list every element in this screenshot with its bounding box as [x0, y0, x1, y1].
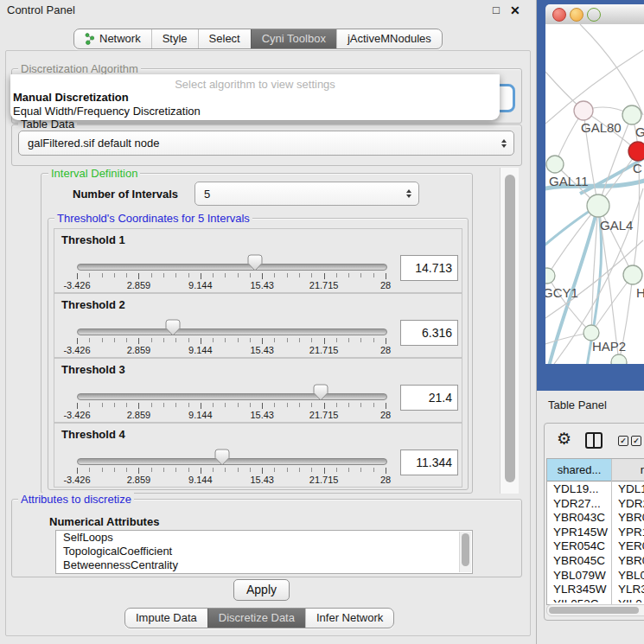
network-node-gcy1[interactable]	[545, 268, 555, 284]
threshold-slider-track[interactable]	[77, 264, 387, 271]
slider-tick	[201, 338, 201, 344]
table-cell-shared-name: YER054C	[553, 539, 610, 553]
tab-cyni-toolbox[interactable]: Cyni Toolbox	[251, 29, 336, 48]
table-row[interactable]: YPR145WYPR1	[547, 525, 644, 539]
tab-network[interactable]: Network	[74, 29, 151, 48]
columns-icon[interactable]	[585, 432, 603, 449]
threshold-title: Threshold 3	[61, 363, 125, 376]
table-row[interactable]: YDR27...YDR2	[547, 496, 644, 511]
threshold-value-field[interactable]: 6.316	[400, 320, 458, 346]
slider-tick	[274, 273, 275, 277]
slider-tick	[336, 338, 337, 342]
threshold-value-field[interactable]: 14.713	[400, 255, 458, 281]
threshold-slider-thumb[interactable]	[313, 384, 328, 401]
slider-tick	[151, 338, 152, 342]
table-row[interactable]: YER054CYER0	[547, 539, 644, 553]
node-attribute-table[interactable]: shared... na YDL19...YDL1YDR27...YDR2YBR…	[546, 458, 644, 605]
attribute-list-item[interactable]: BetweennessCentrality	[56, 558, 472, 572]
attribute-list-item[interactable]: TopologicalCoefficient	[56, 545, 472, 558]
threshold-value-field[interactable]: 21.4	[400, 385, 458, 411]
network-window-frame[interactable]: GAL80GALCGAL11GAL4GCY1HHAP2	[537, 0, 644, 391]
slider-tick	[250, 338, 251, 342]
numerical-attributes-list[interactable]: SelfLoopsTopologicalCoefficientBetweenne…	[55, 530, 473, 574]
threshold-slider-track[interactable]	[77, 393, 387, 400]
column-header-shared[interactable]: shared...	[547, 459, 612, 481]
threshold-slider-track[interactable]	[77, 458, 387, 465]
slider-tick-label: 15.43	[236, 475, 288, 485]
slider-tick	[188, 468, 189, 472]
network-edge[interactable]	[580, 24, 643, 115]
number-of-intervals-combobox[interactable]: 5	[194, 182, 419, 206]
slider-tick	[163, 403, 164, 407]
slider-tick	[250, 403, 251, 407]
table-row[interactable]: YBL079WYBL0	[547, 568, 644, 583]
attributes-scrollbar-thumb[interactable]	[462, 533, 469, 566]
table-panel-title: Table Panel	[548, 399, 607, 411]
table-row[interactable]: YLR345WYLR3	[547, 582, 644, 596]
column-header-name[interactable]: na	[612, 459, 644, 481]
table-horizontal-scrollbar-thumb[interactable]	[549, 607, 639, 614]
slider-tick	[151, 468, 152, 472]
interval-scrollbar-thumb[interactable]	[505, 175, 515, 482]
network-node-c[interactable]	[628, 142, 644, 161]
tab-style[interactable]: Style	[151, 29, 198, 48]
slider-tick	[311, 468, 312, 472]
control-panel-title: Control Panel	[7, 3, 75, 16]
network-node-gal[interactable]	[622, 105, 641, 124]
table-cell-name: YBR0	[618, 553, 644, 568]
mac-close-icon[interactable]	[552, 8, 566, 22]
network-node-h[interactable]	[623, 265, 642, 284]
slider-tick	[102, 338, 103, 342]
network-node-gal80[interactable]	[574, 101, 593, 120]
network-node-gal11[interactable]	[546, 156, 564, 173]
attributes-scrollbar[interactable]	[459, 532, 471, 572]
checkbox-icon[interactable]: ✓	[631, 436, 641, 446]
table-data-combobox[interactable]: galFiltered.sif default node	[18, 131, 514, 156]
table-row[interactable]: YBR045CYBR0	[547, 553, 644, 568]
slider-tick	[336, 273, 337, 277]
algorithm-option[interactable]: Manual Discretization	[13, 91, 497, 104]
slider-tick	[201, 403, 201, 409]
tab-jactivemnodules[interactable]: jActiveMNodules	[336, 29, 442, 48]
checkbox-icon[interactable]: ✓	[618, 436, 628, 446]
network-node-gal4[interactable]	[587, 194, 609, 217]
network-edge[interactable]	[547, 206, 598, 276]
threshold-panel: Threshold 3-3.4262.8599.14415.4321.71528…	[54, 358, 462, 423]
mac-minimize-icon[interactable]	[570, 8, 583, 22]
table-row[interactable]: YBR043CYBR0	[547, 510, 644, 525]
threshold-slider-track[interactable]	[77, 328, 387, 335]
interval-scrollbar[interactable]	[500, 168, 519, 494]
network-node[interactable]	[611, 354, 627, 364]
mac-zoom-icon[interactable]	[587, 8, 601, 22]
threshold-slider-thumb[interactable]	[214, 449, 230, 466]
gear-icon[interactable]: ⚙	[557, 430, 571, 447]
tab-discretize-data[interactable]: Discretize Data	[207, 609, 305, 628]
slider-tick-label: 9.144	[175, 345, 226, 355]
table-row[interactable]: YDL19...YDL1	[547, 481, 644, 496]
apply-button[interactable]: Apply	[233, 579, 290, 601]
network-window-titlebar[interactable]	[545, 4, 644, 25]
column-divider	[611, 459, 612, 604]
threshold-slider-thumb[interactable]	[247, 254, 263, 271]
tab-impute-data[interactable]: Impute Data	[125, 609, 207, 628]
slider-tick	[225, 403, 226, 407]
stepper-arrows-icon	[498, 139, 510, 148]
float-window-icon[interactable]: □	[493, 3, 500, 16]
slider-tick-label: 9.144	[175, 280, 226, 290]
network-canvas[interactable]: GAL80GALCGAL11GAL4GCY1HHAP2	[545, 24, 644, 364]
algorithm-option[interactable]: Equal Width/Frequency Discretization	[13, 105, 497, 118]
slider-tick	[188, 338, 189, 342]
table-row[interactable]: YIL053CYIL0	[547, 596, 644, 603]
threshold-slider-thumb[interactable]	[165, 319, 181, 336]
slider-tick	[360, 338, 361, 342]
tab-select[interactable]: Select	[198, 29, 251, 48]
tab-infer-network[interactable]: Infer Network	[305, 609, 393, 628]
slider-tick	[77, 273, 78, 279]
table-cell-name: YLR3	[618, 582, 644, 596]
attribute-list-item[interactable]: SelfLoops	[56, 531, 472, 545]
slider-tick	[324, 468, 325, 474]
close-icon[interactable]: ✕	[510, 3, 520, 17]
table-cell-name: YDL1	[618, 481, 644, 496]
table-horizontal-scrollbar[interactable]	[546, 604, 644, 616]
threshold-value-field[interactable]: 11.344	[400, 450, 458, 475]
